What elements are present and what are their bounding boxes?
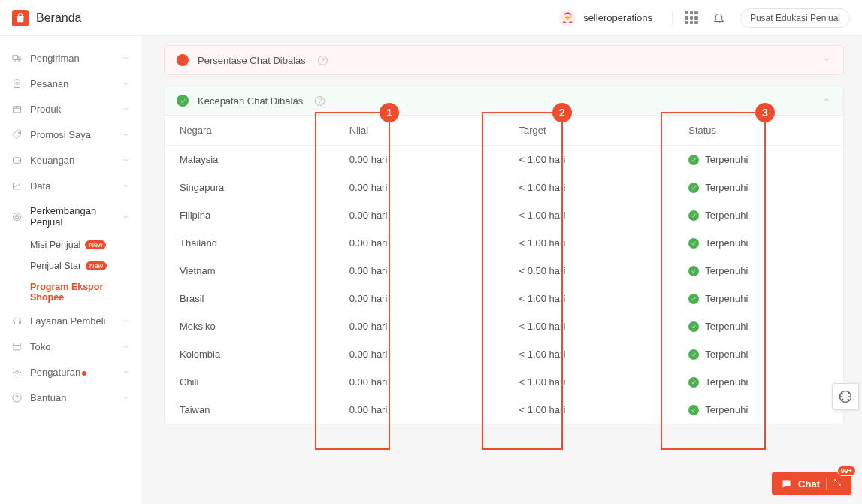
check-icon xyxy=(688,294,699,304)
main-content: Persentase Chat Dibalas ? Kecepatan Chat… xyxy=(141,36,862,504)
notifications-icon[interactable] xyxy=(710,9,728,27)
sidebar-item-label: Produk xyxy=(30,104,122,115)
new-badge: New xyxy=(85,240,106,249)
cell-target: < 1.00 hari xyxy=(504,340,674,368)
check-icon xyxy=(688,183,699,193)
svg-point-12 xyxy=(183,62,183,62)
check-icon xyxy=(688,155,699,165)
panel-title: Persentase Chat Dibalas xyxy=(198,55,306,66)
sidebar-item-label: Penjual Star xyxy=(30,261,81,271)
cell-status: Terpenuhi xyxy=(673,174,843,201)
cell-target: < 0.50 hari xyxy=(504,257,674,285)
cell-value: 0.00 hari xyxy=(334,146,504,174)
cell-target: < 1.00 hari xyxy=(504,174,674,201)
cell-value: 0.00 hari xyxy=(334,201,504,229)
chevron-up-icon xyxy=(822,95,831,107)
avatar[interactable]: 🎅 xyxy=(559,10,576,26)
sidebar-subitem-misi-penjual[interactable]: Misi PenjualNew xyxy=(0,234,141,255)
cell-value: 0.00 hari xyxy=(334,396,504,424)
status-label: Terpenuhi xyxy=(705,265,748,276)
cell-value: 0.00 hari xyxy=(334,340,504,368)
sidebar-item-layanan-pembeli[interactable]: Layanan Pembeli xyxy=(0,308,141,333)
status-label: Terpenuhi xyxy=(705,404,748,415)
svg-point-7 xyxy=(15,215,19,219)
sidebar-item-keuangan[interactable]: Keuangan xyxy=(0,147,141,173)
svg-point-8 xyxy=(16,216,17,216)
sidebar-item-produk[interactable]: Produk xyxy=(0,96,141,122)
page-title: Beranda xyxy=(36,11,82,25)
chat-icon xyxy=(781,478,792,490)
cell-status: Terpenuhi xyxy=(673,201,843,229)
truck-icon xyxy=(11,52,23,64)
apps-grid-icon[interactable] xyxy=(685,11,698,25)
chevron-down-icon xyxy=(122,53,131,62)
cell-status: Terpenuhi xyxy=(673,312,843,340)
sidebar-subitem-penjual-star[interactable]: Penjual StarNew xyxy=(0,255,141,276)
table-row: Kolombia 0.00 hari < 1.00 hari Terpenuhi xyxy=(165,340,843,368)
sidebar-item-toko[interactable]: Toko xyxy=(0,333,141,359)
svg-rect-3 xyxy=(13,106,20,112)
sidebar-item-promosi-saya[interactable]: Promosi Saya xyxy=(0,122,141,147)
help-icon xyxy=(11,391,23,403)
status-label: Terpenuhi xyxy=(705,349,748,360)
check-icon xyxy=(688,238,699,249)
expand-icon xyxy=(833,478,842,490)
col-status: Status xyxy=(673,116,843,146)
cell-target: < 1.00 hari xyxy=(504,396,674,424)
table-row: Thailand 0.00 hari < 1.00 hari Terpenuhi xyxy=(165,229,843,257)
sidebar-item-perkembangan-penjual[interactable]: Perkembangan Penjual xyxy=(0,198,141,234)
username[interactable]: selleroperations xyxy=(583,12,652,23)
sidebar-item-label: Program Ekspor Shopee xyxy=(30,282,131,303)
edu-center-button[interactable]: Pusat Edukasi Penjual xyxy=(740,8,850,28)
sidebar-item-data[interactable]: Data xyxy=(0,173,141,198)
shopee-logo[interactable] xyxy=(12,10,29,26)
sidebar-item-pesanan[interactable]: Pesanan xyxy=(0,71,141,96)
cell-status: Terpenuhi xyxy=(673,146,843,174)
cell-target: < 1.00 hari xyxy=(504,368,674,396)
metrics-table: Negara Nilai Target Status Malaysia 0.00… xyxy=(165,116,843,424)
panel-title: Kecepatan Chat Dibalas xyxy=(198,95,303,107)
col-target: Target xyxy=(504,116,674,146)
cell-country: Filipina xyxy=(165,201,334,229)
table-row: Meksiko 0.00 hari < 1.00 hari Terpenuhi xyxy=(165,312,843,340)
table-container: Negara Nilai Target Status Malaysia 0.00… xyxy=(165,116,843,424)
sidebar-item-bantuan[interactable]: Bantuan xyxy=(0,385,141,410)
sidebar-item-label: Misi Penjual xyxy=(30,240,80,250)
sidebar-subitem-program-ekspor-shopee[interactable]: Program Ekspor Shopee xyxy=(0,276,141,308)
svg-point-11 xyxy=(17,400,17,400)
floating-help-button[interactable] xyxy=(832,383,859,410)
sidebar-item-label: Keuangan xyxy=(30,155,122,166)
cell-country: Brasil xyxy=(165,285,334,312)
cell-target: < 1.00 hari xyxy=(504,201,674,229)
check-icon xyxy=(688,266,699,276)
panel-persentase-chat[interactable]: Persentase Chat Dibalas ? xyxy=(164,45,844,75)
help-icon[interactable]: ? xyxy=(315,96,325,106)
store-icon xyxy=(11,340,23,352)
sidebar-item-label: Pesanan xyxy=(30,78,122,89)
chat-label: Chat xyxy=(798,478,820,490)
panel-header[interactable]: Kecepatan Chat Dibalas ? xyxy=(165,86,843,116)
clipboard-icon xyxy=(11,77,23,89)
chevron-down-icon xyxy=(122,79,131,88)
sidebar-item-pengaturan[interactable]: Pengaturan xyxy=(0,359,141,385)
table-row: Brasil 0.00 hari < 1.00 hari Terpenuhi xyxy=(165,285,843,312)
sidebar-item-label: Bantuan xyxy=(30,392,122,403)
table-row: Filipina 0.00 hari < 1.00 hari Terpenuhi xyxy=(165,201,843,229)
cell-value: 0.00 hari xyxy=(334,368,504,396)
cell-value: 0.00 hari xyxy=(334,174,504,201)
chat-widget[interactable]: 99+ Chat xyxy=(772,472,851,495)
sidebar-item-pengiriman[interactable]: Pengiriman xyxy=(0,45,141,71)
cell-country: Singapura xyxy=(165,174,334,201)
status-label: Terpenuhi xyxy=(705,182,748,193)
gear-icon xyxy=(11,366,23,378)
cell-country: Thailand xyxy=(165,229,334,257)
sidebar-item-label: Data xyxy=(30,180,122,192)
cell-target: < 1.00 hari xyxy=(504,229,674,257)
sidebar-item-label: Perkembangan Penjual xyxy=(30,205,122,228)
status-label: Terpenuhi xyxy=(705,154,748,165)
table-row: Singapura 0.00 hari < 1.00 hari Terpenuh… xyxy=(165,174,843,201)
help-icon[interactable]: ? xyxy=(318,56,328,65)
cell-status: Terpenuhi xyxy=(673,340,843,368)
cell-status: Terpenuhi xyxy=(673,368,843,396)
top-header: Beranda 🎅 selleroperations Pusat Edukasi… xyxy=(0,0,862,36)
